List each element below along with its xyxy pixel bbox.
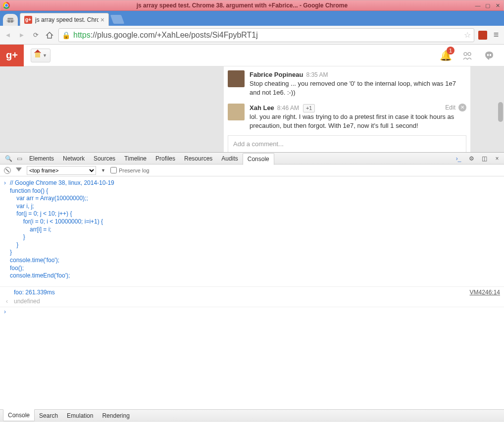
chevron-down-icon: ▼: [101, 168, 105, 173]
drawer-tab-console[interactable]: Console: [3, 409, 35, 421]
devtools-close-icon[interactable]: ×: [493, 155, 501, 162]
comment-author[interactable]: Fabrice Popineau: [250, 71, 303, 78]
chrome-icon: [3, 2, 10, 9]
comment-text: Stop cheating ... you removed one '0' to…: [250, 79, 466, 97]
tab-favicon: g+: [24, 16, 32, 24]
inspect-icon[interactable]: 🔍: [3, 155, 14, 162]
tab-resources[interactable]: Resources: [180, 153, 217, 165]
devtools-panel: 🔍 ▭ Elements Network Sources Timeline Pr…: [0, 152, 504, 442]
share-button[interactable]: [460, 49, 474, 62]
post-card: Fabrice Popineau8:35 AM Stop cheating ..…: [224, 66, 470, 152]
source-link[interactable]: VM4246:14: [470, 289, 500, 297]
comment: ✕ Edit Xah Lee8:46 AM+1 lol. you are rig…: [228, 101, 466, 134]
scrollbar-thumb[interactable]: [498, 102, 503, 122]
drawer-tab-rendering[interactable]: Rendering: [98, 410, 134, 422]
url-scheme: https: [73, 31, 91, 40]
profile-icon[interactable]: [3, 14, 18, 26]
lock-icon: 🔒: [62, 31, 70, 39]
svg-rect-6: [487, 54, 489, 56]
os-titlebar: js array speed test. Chrome 38. argument…: [0, 0, 504, 11]
settings-icon[interactable]: ⚙: [467, 155, 475, 162]
comment: Fabrice Popineau8:35 AM Stop cheating ..…: [228, 67, 466, 101]
tab-sources[interactable]: Sources: [89, 153, 120, 165]
console-input-entry: // Google Chrome 38, linux, 2014-10-19 f…: [0, 179, 504, 281]
url-input[interactable]: 🔒 https://plus.google.com/+XahLee/posts/…: [58, 28, 474, 42]
drawer-toggle-icon[interactable]: ›_: [454, 155, 462, 162]
console-prompt[interactable]: [0, 307, 504, 309]
new-tab-button[interactable]: [110, 15, 125, 24]
hangouts-button[interactable]: [482, 49, 496, 62]
maximize-button[interactable]: ▢: [484, 2, 491, 9]
add-comment-input[interactable]: Add a comment...: [228, 135, 466, 152]
device-mode-icon[interactable]: ▭: [14, 155, 25, 162]
chevron-down-icon: ▼: [43, 53, 47, 58]
edit-link[interactable]: Edit: [445, 104, 455, 112]
plus-one-button[interactable]: +1: [303, 104, 315, 112]
avatar[interactable]: [228, 104, 245, 120]
gplus-logo[interactable]: g+: [0, 45, 24, 66]
comment-time: 8:46 AM: [277, 105, 299, 111]
window-title: js array speed test. Chrome 38. argument…: [13, 2, 471, 9]
reload-button[interactable]: ⟳: [31, 30, 41, 40]
console-output[interactable]: // Google Chrome 38, linux, 2014-10-19 f…: [0, 176, 504, 409]
svg-point-4: [464, 53, 467, 55]
tab-console[interactable]: Console: [243, 153, 274, 165]
frame-select[interactable]: <top frame>: [27, 166, 96, 175]
avatar[interactable]: [228, 70, 245, 87]
minimize-button[interactable]: —: [474, 2, 481, 9]
tab-timeline[interactable]: Timeline: [120, 153, 151, 165]
notification-badge: 1: [447, 47, 454, 55]
extension-icon[interactable]: [478, 31, 487, 40]
clear-console-icon[interactable]: [4, 167, 11, 174]
back-button[interactable]: ◄: [3, 30, 13, 40]
drawer-tab-search[interactable]: Search: [35, 410, 62, 422]
dock-icon[interactable]: ◫: [480, 155, 488, 162]
comment-text: lol. you are right. I was trying to do a…: [250, 112, 466, 130]
comment-author[interactable]: Xah Lee: [250, 104, 274, 111]
bookmark-star-icon[interactable]: ☆: [464, 30, 471, 40]
tab-audits[interactable]: Audits: [217, 153, 242, 165]
page-content: Fabrice Popineau8:35 AM Stop cheating ..…: [0, 66, 504, 152]
forward-button[interactable]: ►: [17, 30, 27, 40]
svg-point-5: [468, 53, 471, 55]
tab-close-icon[interactable]: ×: [101, 16, 104, 24]
menu-button[interactable]: ≡: [491, 30, 501, 40]
comment-time: 8:35 AM: [306, 71, 328, 78]
browser-tab[interactable]: g+ js array speed test. Chro ×: [20, 13, 109, 26]
house-icon: [34, 53, 41, 58]
svg-rect-7: [490, 54, 491, 56]
devtools-drawer: [0, 421, 504, 442]
devtools-drawer-tabs: Console Search Emulation Rendering: [0, 409, 504, 421]
chrome-tabstrip: g+ js array speed test. Chro ×: [0, 11, 504, 26]
tab-profiles[interactable]: Profiles: [151, 153, 180, 165]
gplus-home-button[interactable]: ▼: [31, 49, 50, 62]
svg-point-0: [6, 19, 14, 23]
console-result: foo: 261.339msVM4246:14: [0, 287, 504, 298]
delete-comment-icon[interactable]: ✕: [458, 104, 466, 111]
svg-point-2: [11, 20, 13, 23]
devtools-tabbar: 🔍 ▭ Elements Network Sources Timeline Pr…: [0, 153, 504, 165]
tab-title: js array speed test. Chro: [35, 16, 99, 23]
drawer-tab-emulation[interactable]: Emulation: [62, 410, 98, 422]
gplus-header: g+ ▼ 🔔 1: [0, 45, 504, 66]
url-path: ://plus.google.com/+XahLee/posts/Si4Fpyb…: [91, 31, 258, 40]
close-button[interactable]: ✕: [494, 2, 501, 9]
tab-elements[interactable]: Elements: [25, 153, 58, 165]
svg-point-1: [8, 20, 10, 23]
tab-network[interactable]: Network: [58, 153, 89, 165]
console-toolbar: <top frame> ▼ Preserve log: [0, 165, 504, 176]
chrome-toolbar: ◄ ► ⟳ 🔒 https://plus.google.com/+XahLee/…: [0, 26, 504, 45]
svg-rect-3: [7, 18, 13, 19]
preserve-log-checkbox[interactable]: Preserve log: [110, 167, 150, 173]
filter-icon[interactable]: [16, 167, 22, 173]
notifications-button[interactable]: 🔔 1: [439, 49, 453, 62]
home-button[interactable]: [45, 30, 54, 40]
console-return: undefined: [0, 298, 504, 307]
